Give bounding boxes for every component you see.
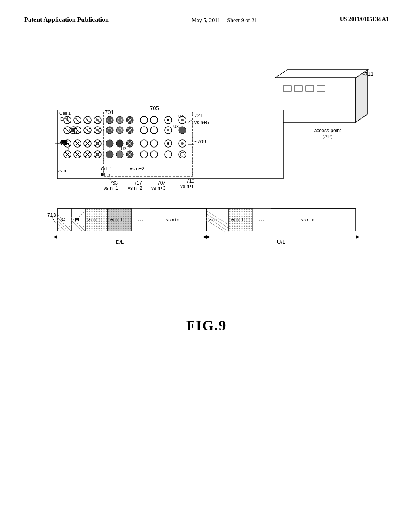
svg-point-53 [106,127,113,134]
figure-label: FIG.9 [24,317,389,334]
figure-svg: ~711 access point (AP) [33,66,380,291]
svg-point-105 [106,151,113,158]
label-vsn2-b: vs n+2 [128,185,142,191]
label-vsnn: vs n+n [180,183,195,189]
label-u3: U3 [173,125,179,129]
header-sheet: Sheet 9 of 21 [227,17,257,23]
label-cell1-idn: Cell 1 [101,166,112,171]
header-patent-number: US 2011/0105134 A1 [340,16,389,23]
svg-marker-147 [53,235,57,239]
label-709: ~709 [194,139,206,145]
label-dl: D/L [116,239,124,245]
svg-point-61 [150,127,158,134]
label-721: 721 [194,113,202,118]
label-vsn-dl: vs n [88,217,96,222]
svg-marker-2 [356,70,368,122]
label-vsn1-ul: vs n+1 [231,217,244,222]
label-ul: U/L [277,239,285,245]
label-717: 717 [134,180,142,186]
label-713: 713 [47,212,56,218]
label-u2: U2 [121,147,126,151]
label-vsn5: vs n+5 [194,120,209,125]
label-719: 719 [186,178,194,184]
svg-point-31 [140,116,148,124]
svg-point-79 [96,142,99,145]
label-ap: access point [314,128,341,133]
label-vsn1-dl: vs n+1 [110,217,123,222]
label-vsnn-dl: vs n+n [166,217,179,222]
svg-point-32 [150,116,158,124]
label-vsn: vs n [57,168,66,174]
label-711: ~711 [362,71,373,77]
svg-marker-150 [202,235,206,239]
svg-point-36 [181,119,184,121]
svg-point-55 [116,127,123,134]
svg-point-112 [165,151,172,158]
label-ap2: (AP) [323,134,332,139]
svg-point-64 [179,127,186,134]
svg-point-111 [150,151,158,158]
label-707: 707 [157,180,165,186]
svg-point-110 [140,151,148,158]
svg-rect-0 [275,78,356,122]
svg-point-81 [116,140,123,147]
svg-point-60 [140,127,148,134]
svg-point-63 [167,129,169,131]
label-705: 705 [150,105,159,111]
svg-point-24 [106,116,113,124]
label-cell1-idn2: ID_n [101,172,110,177]
dots2: ... [258,215,264,223]
svg-marker-151 [356,235,360,239]
label-701: 701 [105,109,114,115]
svg-point-26 [116,116,123,124]
svg-rect-42 [71,128,75,132]
svg-marker-1 [275,70,368,78]
page-header: Patent Application Publication May 5, 20… [0,0,413,33]
header-center-info: May 5, 2011 Sheet 9 of 21 [192,16,257,25]
label-vsnn-ul: vs n+n [301,217,315,222]
label-c: C [61,217,65,222]
label-vsn3: vs n+3 [151,185,166,191]
main-content: ~711 access point (AP) [0,33,413,350]
header-publication-type: Patent Application Publication [24,16,109,23]
svg-point-104 [96,153,99,156]
svg-point-113 [179,151,186,158]
dots1: ... [137,215,143,223]
svg-point-80 [106,140,113,147]
label-vsn1-a: vs n+1 [104,185,118,191]
svg-point-52 [96,129,99,131]
label-vsn-ul: vs n [209,217,217,222]
label-cell1-id1b: ID_1 [59,116,69,121]
label-m: M [75,217,79,222]
header-date: May 5, 2011 [192,17,220,23]
diagram-area: ~711 access point (AP) [33,66,380,293]
label-cell1-id1: Cell 1 [59,111,71,116]
label-vsn2-top: vs n+2 [130,166,144,172]
svg-point-23 [96,119,99,121]
svg-point-86 [150,140,158,147]
label-703: 703 [110,180,118,186]
svg-point-88 [167,142,169,145]
svg-point-34 [167,119,169,121]
svg-point-90 [181,142,184,145]
svg-point-85 [140,140,148,147]
svg-point-106 [116,151,123,158]
